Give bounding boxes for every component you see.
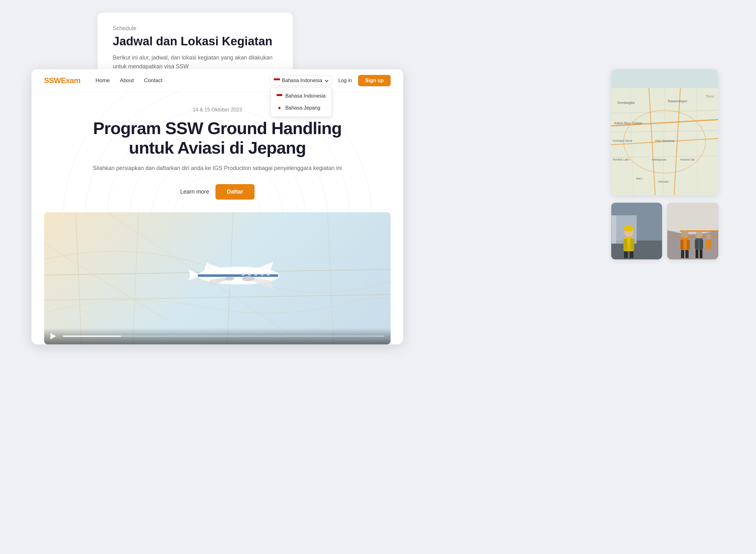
svg-rect-62 bbox=[686, 250, 689, 258]
svg-rect-65 bbox=[695, 240, 698, 249]
svg-text:Pela Mampang: Pela Mampang bbox=[655, 139, 674, 142]
svg-line-5 bbox=[327, 212, 334, 344]
browser-window: SSWExam Home About Contact Bahasa Indone… bbox=[32, 69, 403, 344]
svg-rect-48 bbox=[630, 239, 634, 250]
svg-point-16 bbox=[224, 277, 234, 280]
nav-links: Home About Contact bbox=[95, 77, 269, 84]
flag-indonesia-icon bbox=[276, 94, 282, 98]
svg-rect-14 bbox=[267, 274, 270, 275]
video-thumbnail[interactable] bbox=[44, 212, 391, 344]
svg-text:Kramat Jati: Kramat Jati bbox=[681, 158, 695, 161]
svg-text:Pondok Labu: Pondok Labu bbox=[613, 158, 629, 161]
svg-rect-44 bbox=[611, 215, 616, 244]
svg-point-69 bbox=[706, 234, 711, 239]
hero-subtitle: Silahkan persiapkan dan daftarkan diri a… bbox=[44, 164, 391, 173]
nav-home[interactable]: Home bbox=[95, 77, 110, 84]
hero-buttons: Learn more Daftar bbox=[44, 184, 391, 200]
map-inner: Jakarta Gondangdia bbox=[611, 69, 718, 195]
svg-rect-66 bbox=[700, 240, 703, 249]
lang-jp-label: Bahasa Jepang bbox=[286, 105, 320, 111]
svg-rect-11 bbox=[248, 274, 251, 275]
hero-title: Program SSW Ground Handling untuk Aviasi… bbox=[44, 118, 391, 157]
svg-rect-10 bbox=[242, 274, 244, 275]
photos-row bbox=[611, 203, 718, 259]
right-panel: Jakarta Gondangdia bbox=[611, 69, 718, 259]
svg-point-57 bbox=[681, 230, 689, 238]
signup-button[interactable]: Sign up bbox=[358, 75, 391, 86]
svg-rect-59 bbox=[681, 240, 684, 249]
nav-contact[interactable]: Contact bbox=[144, 77, 162, 84]
map-card: Jakarta Gondangdia bbox=[611, 69, 718, 195]
svg-rect-50 bbox=[630, 251, 634, 258]
video-progress-fill bbox=[63, 336, 121, 337]
schedule-label: Schedule bbox=[113, 25, 278, 32]
navbar: SSWExam Home About Contact Bahasa Indone… bbox=[32, 69, 403, 92]
hero-date: 14 & 15 Oktober 2023 bbox=[44, 107, 391, 113]
jakarta-map-svg: Gondangdia Rawamangun Kebon Baru Selatan… bbox=[611, 69, 718, 195]
hero-section: 14 & 15 Oktober 2023 Program SSW Ground … bbox=[32, 92, 403, 344]
svg-rect-68 bbox=[700, 250, 702, 258]
svg-rect-61 bbox=[681, 250, 684, 258]
svg-text:Rawamangun: Rawamangun bbox=[668, 100, 687, 103]
svg-line-3 bbox=[132, 212, 139, 344]
play-button[interactable] bbox=[50, 332, 59, 341]
svg-line-2 bbox=[75, 212, 82, 344]
lang-option-id[interactable]: Bahasa Indonesia bbox=[271, 90, 332, 102]
svg-text:Kebon Baru Selatan: Kebon Baru Selatan bbox=[614, 121, 643, 125]
learn-more-button[interactable]: Learn more bbox=[180, 188, 209, 195]
schedule-title: Jadwal dan Lokasi Kegiatan bbox=[113, 34, 278, 49]
language-dropdown[interactable]: Bahasa Indonesia Bahasa Indonesia Bahasa… bbox=[270, 75, 332, 86]
daftar-button[interactable]: Daftar bbox=[215, 184, 255, 200]
lang-id-label: Bahasa Indonesia bbox=[286, 93, 326, 99]
language-dropdown-menu: Bahasa Indonesia Bahasa Jepang bbox=[270, 87, 332, 117]
logo-ssw: SSW bbox=[44, 76, 61, 85]
svg-point-63 bbox=[696, 231, 702, 238]
nav-right: Bahasa Indonesia Bahasa Indonesia Bahasa… bbox=[270, 75, 391, 86]
lang-option-jp[interactable]: Bahasa Jepang bbox=[271, 102, 332, 114]
svg-rect-12 bbox=[255, 274, 257, 275]
photo-ground-crew bbox=[667, 203, 718, 259]
video-progress-bar[interactable] bbox=[63, 336, 384, 337]
svg-rect-18 bbox=[611, 69, 718, 88]
svg-text:Kelusan: Kelusan bbox=[658, 180, 669, 183]
svg-rect-70 bbox=[706, 239, 711, 249]
photo-ground-handler bbox=[611, 203, 662, 259]
play-icon bbox=[50, 333, 56, 339]
svg-text:Baru: Baru bbox=[636, 177, 642, 180]
login-button[interactable]: Log in bbox=[338, 78, 352, 84]
svg-rect-60 bbox=[687, 240, 690, 249]
flag-id-icon bbox=[274, 78, 280, 82]
nav-about[interactable]: About bbox=[120, 77, 134, 84]
schedule-description: Berikut ini alur, jadwal, dan lokasi keg… bbox=[113, 53, 278, 71]
svg-text:Gondangdia: Gondangdia bbox=[617, 101, 635, 105]
hero-title-line1: Program SSW Ground Handling bbox=[93, 119, 342, 137]
logo: SSWExam bbox=[44, 76, 80, 85]
language-current: Bahasa Indonesia bbox=[282, 78, 322, 84]
svg-rect-67 bbox=[696, 250, 698, 258]
svg-point-51 bbox=[624, 226, 634, 231]
svg-point-15 bbox=[242, 276, 255, 281]
video-controls bbox=[44, 328, 391, 344]
chevron-down-icon bbox=[325, 78, 328, 82]
hero-title-line2: untuk Aviasi di Jepang bbox=[129, 138, 306, 157]
svg-point-54 bbox=[667, 203, 718, 234]
video-map-background bbox=[44, 212, 391, 344]
svg-text:Kebagusan: Kebagusan bbox=[652, 158, 666, 161]
logo-exam: Exam bbox=[61, 76, 80, 85]
svg-rect-13 bbox=[261, 274, 263, 275]
svg-rect-49 bbox=[624, 251, 628, 258]
svg-rect-47 bbox=[623, 239, 627, 250]
svg-text:Timur: Timur bbox=[706, 95, 714, 98]
airplane-model bbox=[185, 249, 292, 302]
flag-japan-icon bbox=[276, 106, 282, 110]
svg-text:Kuningan Barat: Kuningan Barat bbox=[613, 139, 633, 142]
svg-rect-9 bbox=[198, 274, 278, 277]
